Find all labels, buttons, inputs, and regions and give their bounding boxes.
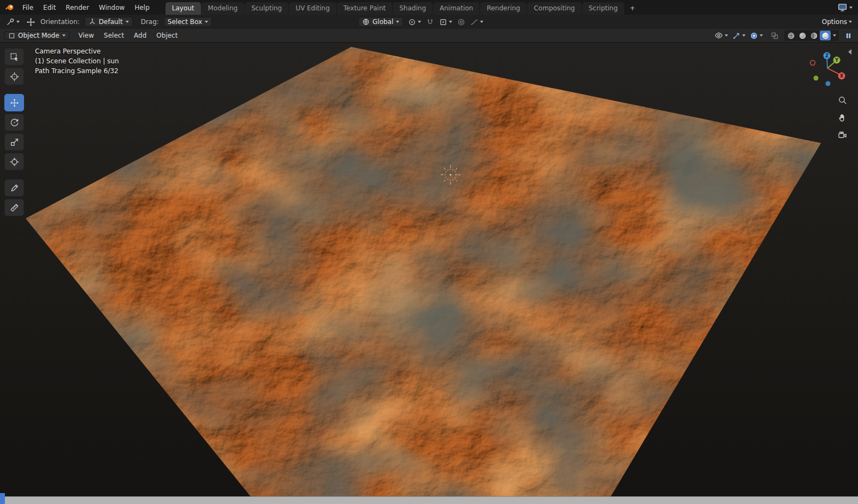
viewport-header-right [713, 30, 858, 41]
falloff-dropdown[interactable] [469, 17, 485, 27]
select-box-icon [10, 52, 19, 62]
menu-help[interactable]: Help [129, 2, 154, 13]
pivot-point-dropdown[interactable] [406, 17, 423, 27]
zoom-view-button[interactable] [836, 94, 848, 106]
orientation-dropdown[interactable]: Default [85, 17, 133, 27]
menu-file[interactable]: File [17, 2, 38, 13]
shading-material-button[interactable] [808, 31, 819, 40]
rendered-scene [0, 42, 858, 497]
globe-icon [362, 18, 370, 26]
chevron-down-icon [760, 34, 763, 37]
axis-z-neg-ball[interactable] [826, 81, 831, 86]
chevron-down-icon[interactable] [849, 7, 853, 9]
move-tool-indicator-icon [26, 17, 35, 27]
tab-uv-editing[interactable]: UV Editing [289, 2, 336, 15]
material-sphere-icon [810, 32, 818, 40]
rotate-icon [10, 118, 19, 127]
tool-settings-bar: Orientation: Default Drag: Select Box [0, 15, 858, 29]
menu-view[interactable]: View [74, 31, 99, 40]
active-object-text: (1) Scene Collection | sun [35, 56, 119, 66]
tab-layout[interactable]: Layout [165, 2, 201, 15]
chevron-down-icon [126, 21, 129, 23]
hand-icon [838, 113, 847, 122]
overlays-dropdown[interactable] [748, 31, 765, 40]
measure-ruler-icon [10, 203, 19, 212]
sidebar-collapse-arrow[interactable] [848, 49, 851, 55]
shading-mode-switch [784, 30, 839, 41]
topbar-right-cluster [838, 3, 858, 12]
navigation-gizmo[interactable]: Z Y X [809, 51, 847, 87]
axes-icon [88, 18, 96, 26]
xray-toggle[interactable] [769, 31, 780, 40]
chevron-down-icon [16, 21, 20, 23]
camera-view-button[interactable] [836, 129, 848, 141]
falloff-curve-icon [470, 18, 478, 26]
snap-toggle[interactable] [426, 18, 434, 26]
editor-corner-handle[interactable] [0, 493, 5, 504]
axis-y-neg-ball[interactable] [814, 76, 819, 81]
active-tool-selector[interactable] [4, 17, 21, 27]
cursor-tool-button[interactable] [4, 68, 24, 85]
pan-view-button[interactable] [836, 111, 848, 123]
render-progress-text: Path Tracing Sample 6/32 [35, 66, 119, 76]
rotate-tool-button[interactable] [4, 114, 24, 131]
axis-z-label: Z [825, 53, 829, 58]
axis-x-label: X [840, 73, 844, 79]
options-dropdown[interactable]: Options [820, 17, 854, 26]
axis-x-neg-ball[interactable] [810, 61, 815, 66]
shading-wireframe-button[interactable] [785, 31, 796, 40]
tab-modeling[interactable]: Modeling [202, 2, 245, 15]
pause-bars-icon [845, 32, 852, 39]
status-bar [0, 496, 858, 504]
menu-object[interactable]: Object [151, 31, 182, 40]
drag-value: Select Box [168, 18, 202, 26]
display-settings-icon[interactable] [838, 3, 847, 12]
active-tool-icon [6, 17, 15, 26]
scale-tool-button[interactable] [4, 133, 24, 151]
snap-target-dropdown[interactable] [437, 17, 454, 27]
magnifier-icon [838, 96, 847, 105]
transform-icon [10, 157, 19, 167]
tool-settings-right: Options [820, 15, 854, 29]
render-pause-button[interactable] [843, 31, 854, 40]
chevron-down-icon[interactable] [833, 34, 836, 37]
mode-dropdown[interactable]: Object Mode [4, 31, 69, 40]
transform-tool-button[interactable] [4, 153, 24, 170]
terrain-plane[interactable] [26, 47, 821, 497]
add-workspace-button[interactable]: + [625, 2, 640, 15]
scale-icon [10, 138, 19, 147]
tab-rendering[interactable]: Rendering [480, 2, 526, 15]
annotate-tool-button[interactable] [4, 179, 24, 197]
menu-add[interactable]: Add [129, 31, 151, 40]
tab-texture-paint[interactable]: Texture Paint [337, 2, 392, 15]
chevron-down-icon [418, 21, 421, 23]
overlays-icon [750, 32, 758, 40]
camera-icon [838, 131, 847, 140]
visibility-dropdown[interactable] [713, 31, 730, 40]
chevron-down-icon [396, 21, 399, 23]
menu-select[interactable]: Select [99, 31, 129, 40]
proportional-editing-toggle[interactable] [457, 18, 465, 26]
tab-animation[interactable]: Animation [433, 2, 480, 15]
menu-render[interactable]: Render [61, 2, 94, 13]
select-box-tool-button[interactable] [4, 48, 24, 66]
tab-scripting[interactable]: Scripting [582, 2, 624, 15]
transform-orientation-dropdown[interactable]: Global [358, 17, 403, 27]
measure-tool-button[interactable] [4, 199, 24, 216]
drag-dropdown[interactable]: Select Box [164, 17, 212, 27]
gizmos-dropdown[interactable] [731, 31, 747, 40]
tab-shading[interactable]: Shading [393, 2, 433, 15]
menu-edit[interactable]: Edit [38, 2, 61, 13]
pivot-icon [408, 18, 416, 26]
shading-solid-button[interactable] [797, 31, 808, 40]
blender-logo-icon[interactable] [5, 3, 14, 12]
viewport-3d[interactable]: Camera Perspective (1) Scene Collection … [0, 42, 858, 497]
menu-window[interactable]: Window [94, 2, 129, 13]
move-tool-button[interactable] [4, 94, 24, 111]
shading-rendered-button[interactable] [820, 31, 831, 40]
tab-compositing[interactable]: Compositing [527, 2, 581, 15]
workspace-tabs: Layout Modeling Sculpting UV Editing Tex… [165, 2, 641, 15]
tab-sculpting[interactable]: Sculpting [245, 2, 288, 15]
proportional-circle-icon [457, 18, 465, 26]
eye-icon [714, 31, 723, 40]
